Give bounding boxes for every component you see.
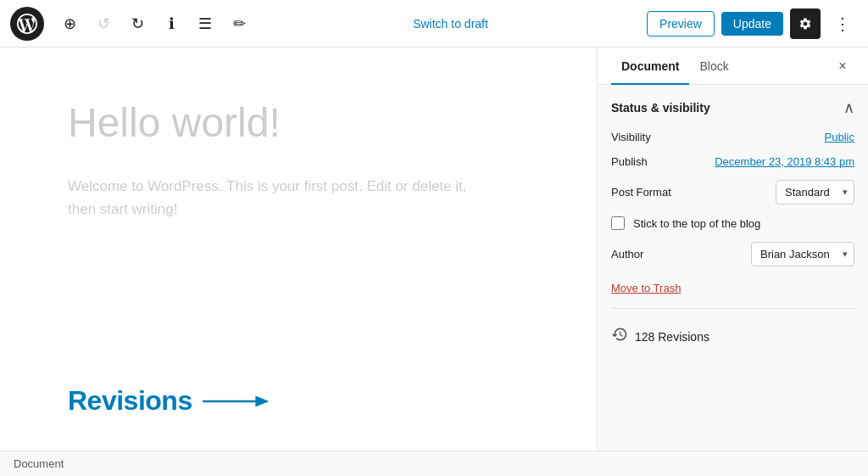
more-options-button[interactable]: ⋮ — [827, 8, 858, 39]
publish-label: Publish — [611, 155, 648, 168]
toolbar-center: Switch to draft — [254, 17, 647, 31]
publish-row: Publish December 23, 2019 8:43 pm — [611, 155, 854, 168]
main-area: Hello world! Welcome to WordPress. This … — [0, 48, 868, 451]
svg-marker-1 — [255, 395, 269, 406]
stick-to-top-row: Stick to the top of the blog — [611, 216, 854, 230]
list-view-button[interactable]: ☰ — [190, 8, 220, 39]
section-toggle-button[interactable]: ∧ — [843, 98, 854, 117]
switch-to-draft-link[interactable]: Switch to draft — [413, 17, 488, 31]
stick-to-top-label[interactable]: Stick to the top of the blog — [633, 217, 760, 230]
divider — [611, 308, 854, 309]
revisions-label: Revisions — [68, 385, 192, 417]
visibility-label: Visibility — [611, 131, 651, 143]
author-select[interactable]: Brian Jackson — [751, 242, 854, 266]
redo-button[interactable]: ↻ — [122, 8, 153, 39]
visibility-row: Visibility Public — [611, 131, 854, 143]
status-visibility-header: Status & visibility ∧ — [611, 98, 854, 117]
gear-icon — [798, 17, 812, 31]
wp-logo[interactable] — [10, 7, 44, 41]
post-format-row: Post Format Standard Aside Image Video Q… — [611, 180, 854, 204]
revisions-icon — [611, 326, 628, 347]
revisions-arrow — [203, 389, 270, 413]
add-block-button[interactable]: ⊕ — [54, 8, 85, 39]
revisions-arrow-svg — [203, 389, 270, 413]
post-title[interactable]: Hello world! — [68, 98, 529, 148]
revisions-row[interactable]: 128 Revisions — [611, 319, 854, 354]
close-sidebar-button[interactable]: × — [831, 54, 854, 78]
bottom-bar-label: Document — [14, 457, 64, 470]
post-content[interactable]: Welcome to WordPress. This is your first… — [68, 175, 492, 221]
move-to-trash-link[interactable]: Move to Trash — [611, 282, 681, 294]
visibility-value[interactable]: Public — [825, 131, 854, 143]
sidebar: Document Block × Status & visibility ∧ V… — [597, 48, 868, 451]
section-title: Status & visibility — [611, 101, 710, 115]
undo-button[interactable]: ↺ — [88, 8, 119, 39]
editor-area: Hello world! Welcome to WordPress. This … — [0, 48, 597, 451]
settings-button[interactable] — [790, 8, 821, 39]
toolbar: ⊕ ↺ ↻ ℹ ☰ ✏ Switch to draft Preview Upda… — [0, 0, 868, 48]
tools-button[interactable]: ✏ — [224, 8, 254, 39]
bottom-bar: Document — [0, 451, 868, 476]
preview-button[interactable]: Preview — [647, 11, 715, 36]
revisions-annotation: Revisions — [68, 385, 270, 417]
wp-logo-icon — [17, 14, 37, 34]
update-button[interactable]: Update — [721, 12, 783, 36]
stick-to-top-checkbox[interactable] — [611, 216, 625, 230]
tab-block[interactable]: Block — [689, 48, 738, 85]
sidebar-tabs: Document Block × — [598, 48, 868, 85]
post-format-select-wrapper: Standard Aside Image Video Quote Link Ga… — [776, 180, 854, 204]
post-format-select[interactable]: Standard Aside Image Video Quote Link Ga… — [776, 180, 854, 204]
author-select-wrapper: Brian Jackson ▾ — [751, 242, 854, 266]
toolbar-right: Preview Update ⋮ — [647, 8, 858, 39]
tab-document[interactable]: Document — [611, 48, 689, 85]
document-info-button[interactable]: ℹ — [156, 8, 186, 39]
author-row: Author Brian Jackson ▾ — [611, 242, 854, 266]
post-format-label: Post Format — [611, 186, 671, 199]
author-label: Author — [611, 248, 643, 260]
history-icon — [611, 326, 628, 343]
revisions-count-label: 128 Revisions — [635, 330, 709, 344]
publish-date[interactable]: December 23, 2019 8:43 pm — [715, 155, 854, 168]
toolbar-left: ⊕ ↺ ↻ ℹ ☰ ✏ — [10, 7, 254, 41]
sidebar-content: Status & visibility ∧ Visibility Public … — [598, 85, 868, 451]
